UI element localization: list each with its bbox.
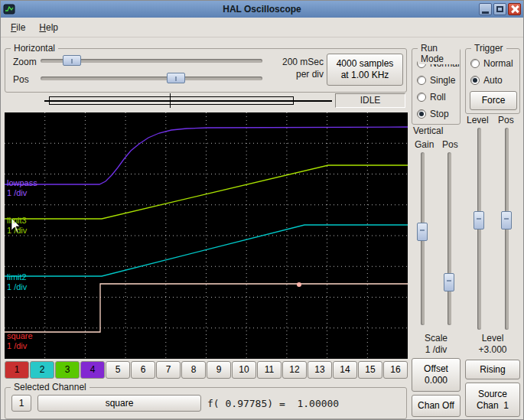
channel-button-7[interactable]: 7 (156, 361, 181, 379)
selected-channel-name-button[interactable]: square (37, 395, 201, 412)
scale-title: Scale (412, 333, 461, 344)
channel-button-3[interactable]: 3 (55, 361, 80, 379)
vertical-pos-track[interactable] (448, 152, 451, 325)
horizontal-group-label: Horizontal (11, 43, 58, 54)
channel-button-10[interactable]: 10 (232, 361, 256, 379)
trigger-group-label: Trigger (471, 43, 506, 54)
trigger-pos-slider[interactable] (500, 128, 513, 330)
trigger-level-label: Level (467, 115, 489, 125)
selected-channel-number-button[interactable]: 1 (11, 395, 31, 412)
channel-button-14[interactable]: 14 (333, 361, 357, 379)
close-icon (511, 5, 519, 13)
samples-rate: at 1.00 KHz (341, 70, 389, 81)
trigger-level-slider[interactable] (473, 128, 485, 330)
radio-icon (470, 76, 480, 85)
radio-icon (470, 59, 480, 68)
record-window-box (49, 96, 294, 105)
trace-label-limit3: limit31 /div (7, 216, 27, 236)
selected-channel-group: Selected Channel 1 square f( 0.97785) = … (5, 387, 407, 419)
vertical-pos-label: Pos (442, 139, 458, 150)
scope-svg (5, 112, 408, 359)
trace-limit3 (5, 165, 408, 219)
source-button-value: Chan 1 (477, 400, 509, 412)
radio-icon (417, 76, 426, 85)
horizontal-group: Horizontal Zoom Pos 200 mSec per div 400… (5, 48, 407, 93)
channel-button-12[interactable]: 12 (282, 361, 307, 379)
minimize-icon (482, 11, 489, 14)
vertical-scale-readout: Scale 1 /div (412, 333, 461, 356)
gain-slider-handle[interactable] (417, 223, 428, 241)
scale-value: 1 /div (412, 344, 461, 356)
offset-button-title: Offset (424, 363, 448, 375)
radio-icon (417, 109, 426, 119)
zoom-slider[interactable] (41, 54, 262, 67)
trigger-pos-handle[interactable] (501, 211, 512, 230)
maximize-button[interactable] (493, 3, 506, 15)
radio-label: Roll (430, 92, 446, 103)
channel-button-2[interactable]: 2 (30, 361, 54, 379)
app-icon (3, 3, 15, 15)
channel-button-4[interactable]: 4 (80, 361, 105, 379)
zoom-label: Zoom (13, 57, 37, 67)
minimize-button[interactable] (479, 3, 492, 15)
gain-slider[interactable] (416, 152, 428, 325)
radio-auto[interactable]: Auto (466, 72, 519, 89)
force-button[interactable]: Force (470, 91, 517, 110)
offset-button[interactable]: Offset 0.000 (412, 358, 461, 392)
samples-button[interactable]: 4000 samples at 1.00 KHz (327, 54, 403, 86)
run-mode-group: Run Mode NormalSingleRollStop (412, 48, 461, 125)
channel-button-13[interactable]: 13 (308, 361, 332, 379)
time-per-div-value: 200 mSec (262, 56, 324, 68)
trace-label-square: square1 /div (7, 331, 33, 351)
pos-slider-handle[interactable] (167, 73, 185, 83)
radio-label: Single (430, 75, 455, 86)
vertical-pos-handle[interactable] (444, 273, 454, 291)
offset-button-value: 0.000 (425, 375, 448, 386)
menubar: FileHelp (1, 18, 523, 37)
chan-off-button[interactable]: Chan Off (412, 395, 461, 417)
menu-item-file[interactable]: File (4, 20, 32, 35)
app-window: HAL Oscilloscope FileHelp Horizontal Zoo… (0, 0, 524, 420)
time-per-div-unit: per div (262, 68, 324, 80)
channel-button-6[interactable]: 6 (131, 361, 155, 379)
channel-button-8[interactable]: 8 (181, 361, 206, 379)
close-button[interactable] (508, 3, 521, 15)
trigger-edge-button[interactable]: Rising (465, 360, 520, 379)
trace-label-lowpass: lowpass1 /div (7, 178, 37, 198)
radio-single[interactable]: Single (412, 72, 460, 89)
pos-slider-track[interactable] (41, 77, 262, 80)
trigger-pos-label: Pos (498, 115, 514, 125)
pos-label: Pos (13, 74, 29, 85)
pos-slider[interactable] (41, 72, 262, 84)
vertical-pos-slider[interactable] (443, 152, 455, 325)
radio-icon (417, 93, 426, 102)
channel-button-16[interactable]: 16 (383, 361, 408, 379)
scope-display: lowpass1 /divlimit31 /divlimit21 /divsqu… (5, 112, 408, 359)
radio-stop[interactable]: Stop (412, 106, 460, 122)
zoom-slider-handle[interactable] (63, 55, 81, 66)
trigger-level-readout: Level +3.000 (465, 333, 520, 356)
time-per-div: 200 mSec per div (262, 56, 324, 80)
vertical-group-label: Vertical (413, 125, 443, 136)
acquisition-status: IDLE (335, 93, 405, 108)
gain-label: Gain (415, 139, 434, 150)
radio-roll[interactable]: Roll (412, 89, 460, 106)
channel-button-11[interactable]: 11 (257, 361, 282, 379)
menu-item-help[interactable]: Help (32, 20, 65, 35)
radio-normal[interactable]: Normal (466, 55, 519, 72)
trigger-position-tick (170, 93, 171, 108)
channel-button-9[interactable]: 9 (207, 361, 231, 379)
channel-buttons: 12345678910111213141516 (5, 361, 408, 379)
channel-button-15[interactable]: 15 (358, 361, 382, 379)
channel-button-5[interactable]: 5 (106, 361, 130, 379)
trigger-level-handle[interactable] (474, 211, 484, 230)
radio-label: Normal (483, 58, 513, 69)
trigger-point-marker (297, 282, 301, 287)
radio-label: Stop (430, 109, 449, 119)
trigger-source-button[interactable]: Source Chan 1 (465, 383, 520, 417)
level-value: +3.000 (465, 344, 520, 356)
channel-button-1[interactable]: 1 (5, 361, 29, 379)
trigger-group: Trigger Force NormalAuto (465, 48, 520, 114)
titlebar[interactable]: HAL Oscilloscope (1, 1, 523, 18)
record-position-indicator: IDLE (5, 93, 407, 108)
